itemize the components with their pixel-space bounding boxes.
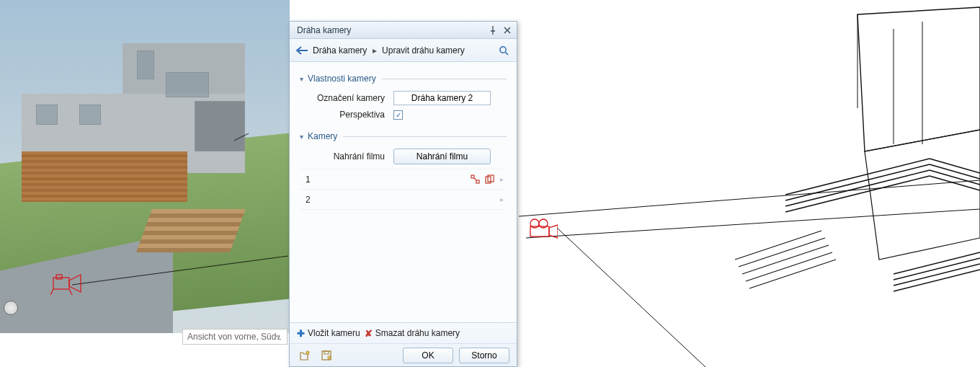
cancel-button[interactable]: Storno [459, 348, 509, 363]
ok-button[interactable]: OK [403, 348, 453, 363]
camera-name-input[interactable] [393, 91, 491, 105]
back-arrow-icon[interactable] [295, 45, 308, 56]
copy-icon[interactable] [484, 173, 496, 185]
view-caption-input[interactable] [182, 329, 288, 345]
group-label: Kamery [308, 131, 337, 141]
camera-list-item[interactable]: 1 ▸ [300, 169, 507, 190]
svg-line-14 [894, 252, 980, 274]
navigation-compass-icon[interactable] [4, 301, 18, 315]
camera-gizmo-icon[interactable] [526, 218, 558, 241]
svg-line-8 [526, 209, 980, 238]
insert-camera-button[interactable]: ✚ Vložit kameru [297, 328, 360, 339]
svg-line-17 [894, 270, 980, 291]
svg-line-15 [894, 258, 980, 280]
breadcrumb-item[interactable]: Upravit dráhu kamery [382, 45, 465, 56]
camera-list: 1 ▸ 2 ▸ [300, 169, 507, 210]
perspective-checkbox[interactable]: ✓ [393, 110, 403, 120]
camera-index: 2 [306, 195, 496, 205]
delete-path-button[interactable]: ✘ Smazat dráhu kamery [365, 328, 460, 339]
collapse-icon[interactable]: ▾ [300, 133, 303, 141]
svg-line-11 [742, 245, 829, 274]
svg-rect-34 [324, 351, 329, 354]
svg-line-27 [506, 52, 509, 55]
svg-line-10 [739, 238, 825, 267]
chevron-right-icon: ▸ [500, 175, 504, 183]
svg-marker-25 [549, 225, 558, 238]
dialog-footer: ✚ Vložit kameru ✘ Smazat dráhu kamery OK… [290, 322, 517, 366]
favorite-save-icon[interactable] [318, 348, 334, 363]
svg-line-21 [557, 228, 706, 367]
label-camera-name: Označení kamery [300, 93, 393, 103]
svg-line-9 [735, 231, 821, 260]
viewport-3d[interactable] [0, 0, 290, 333]
pin-icon[interactable] [486, 25, 499, 36]
dialog-titlebar[interactable]: Dráha kamery [290, 22, 517, 39]
camera-list-item[interactable]: 2 ▸ [300, 190, 507, 210]
sketch-drawing [519, 0, 980, 367]
svg-line-7 [519, 180, 980, 216]
chevron-right-icon: ▸ [373, 45, 377, 56]
svg-marker-3 [69, 275, 81, 292]
svg-line-0 [72, 256, 288, 285]
camera-gizmo-icon[interactable] [50, 270, 86, 299]
chevron-right-icon: ▸ [500, 195, 504, 203]
collapse-icon[interactable]: ▾ [300, 75, 303, 83]
group-label: Vlastnosti kamery [308, 74, 376, 84]
x-icon: ✘ [365, 328, 373, 339]
svg-line-5 [50, 289, 53, 295]
dialog-title: Dráha kamery [297, 25, 351, 35]
dialog-toolbar: Dráha kamery ▸ Upravit dráhu kamery [290, 39, 517, 62]
svg-line-16 [894, 264, 980, 286]
label-perspective: Perspektiva [300, 110, 393, 120]
button-label: Smazat dráhu kamery [375, 328, 460, 338]
group-header-cameras[interactable]: ▾ Kamery [300, 131, 507, 141]
svg-point-26 [500, 46, 506, 52]
svg-line-12 [746, 252, 832, 281]
close-icon[interactable] [501, 25, 514, 36]
svg-rect-29 [476, 180, 479, 183]
search-icon[interactable] [496, 43, 511, 58]
camera-index: 1 [306, 174, 467, 185]
favorite-open-icon[interactable] [297, 348, 313, 363]
button-label: Vložit kameru [308, 328, 360, 338]
camera-path-dialog: Dráha kamery Dráha kamery ▸ Upravit dráh… [289, 21, 517, 367]
camera-path-line [0, 0, 290, 333]
breadcrumb-item[interactable]: Dráha kamery [313, 45, 367, 56]
label-record-movie: Nahrání filmu [300, 151, 393, 162]
group-header-properties[interactable]: ▾ Vlastnosti kamery [300, 74, 507, 84]
svg-line-6 [69, 289, 72, 295]
dialog-content: ▾ Vlastnosti kamery Označení kamery Pers… [290, 62, 517, 322]
svg-rect-28 [471, 175, 474, 178]
svg-rect-4 [56, 275, 62, 279]
svg-line-13 [749, 260, 836, 288]
plus-icon: ✚ [297, 328, 305, 339]
breadcrumb[interactable]: Dráha kamery ▸ Upravit dráhu kamery [313, 45, 465, 56]
record-movie-button[interactable]: Nahrání filmu [393, 149, 491, 164]
svg-line-30 [474, 178, 476, 180]
target-icon[interactable] [469, 173, 481, 185]
viewport-sketch[interactable] [519, 0, 980, 367]
svg-line-1 [234, 133, 249, 141]
